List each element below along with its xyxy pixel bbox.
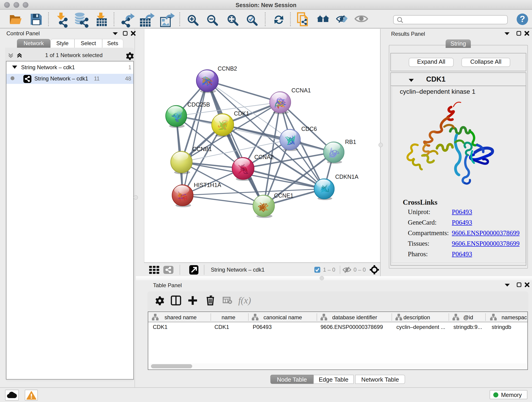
svg-text:CDK1: CDK1 (234, 110, 249, 117)
svg-text:CDC25B: CDC25B (187, 101, 210, 108)
svg-text:CCNA2: CCNA2 (254, 154, 274, 160)
svg-text:0 – 0: 0 – 0 (354, 267, 366, 273)
svg-text:shared name: shared name (165, 314, 196, 320)
svg-text:namespac: namespac (501, 314, 527, 320)
svg-text:HIST1H1A: HIST1H1A (194, 182, 221, 188)
svg-text:1 – 0: 1 – 0 (323, 267, 335, 273)
svg-text:canonical name: canonical name (264, 314, 302, 320)
svg-text:String Network – cdk1: String Network – cdk1 (211, 267, 265, 273)
svg-text:RB1: RB1 (345, 139, 356, 145)
svg-text:name: name (222, 314, 235, 320)
svg-text:@id: @id (463, 314, 473, 320)
svg-text:CCNB1: CCNB1 (192, 146, 212, 152)
svg-text:description: description (404, 314, 430, 320)
svg-text:CDKN1A: CDKN1A (335, 173, 359, 180)
svg-text:?: ? (520, 14, 525, 24)
svg-text:CCNE1: CCNE1 (274, 192, 293, 199)
svg-text:CCNA1: CCNA1 (291, 87, 311, 94)
svg-text:CCNB2: CCNB2 (218, 65, 237, 72)
svg-text:CDC6: CDC6 (301, 126, 317, 132)
svg-text:f(x): f(x) (238, 295, 251, 306)
svg-text:database identifier: database identifier (332, 314, 377, 320)
